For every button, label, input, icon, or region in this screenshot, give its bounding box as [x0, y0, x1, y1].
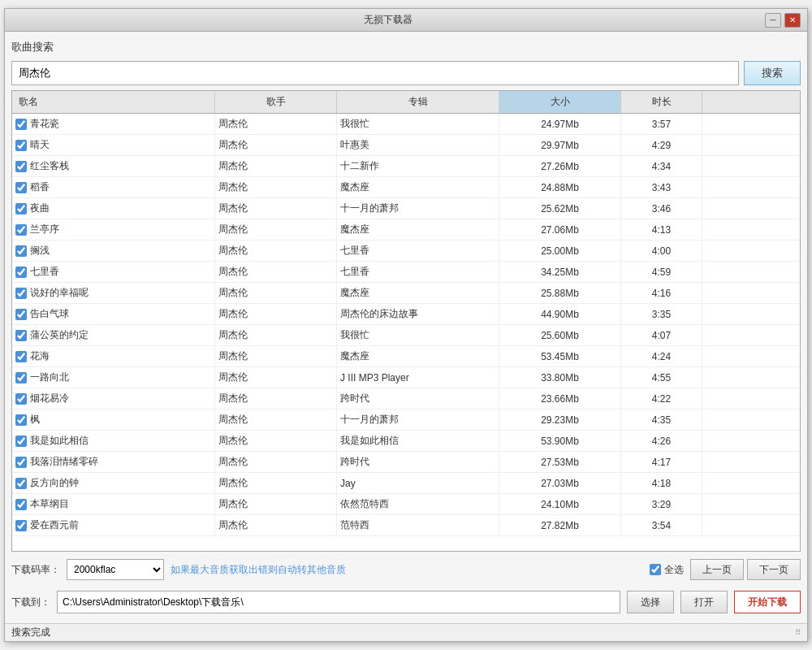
header-size: 大小 — [499, 91, 621, 113]
search-row: 搜索 — [11, 61, 801, 85]
cell-size: 27.82Mb — [499, 515, 621, 535]
cell-name: 青花瓷 — [12, 114, 215, 134]
cell-size: 29.23Mb — [499, 410, 621, 430]
cell-size: 27.03Mb — [499, 473, 621, 493]
bitrate-select[interactable]: 128kmp3192kmp3320kmp32000kflac — [67, 559, 164, 580]
row-checkbox[interactable] — [15, 351, 27, 362]
search-button[interactable]: 搜索 — [744, 61, 801, 85]
cell-size: 25.62Mb — [499, 198, 621, 219]
cell-album: 跨时代 — [337, 388, 499, 409]
cell-size: 24.88Mb — [499, 177, 621, 197]
song-name: 说好的幸福呢 — [30, 286, 89, 300]
cell-album: 周杰伦的床边故事 — [337, 304, 499, 324]
row-checkbox[interactable] — [15, 499, 27, 510]
cell-duration: 3:43 — [621, 177, 702, 197]
cell-album: 我是如此相信 — [337, 431, 499, 451]
cell-album: 魔杰座 — [337, 283, 499, 303]
minimize-button[interactable]: ─ — [765, 13, 781, 28]
row-checkbox[interactable] — [15, 245, 27, 257]
cell-duration: 4:13 — [621, 219, 702, 240]
cell-artist: 周杰伦 — [215, 156, 337, 176]
cell-name: 枫 — [12, 410, 215, 430]
table-row: 花海 周杰伦 魔杰座 53.45Mb 4:24 — [12, 346, 800, 367]
open-button[interactable]: 打开 — [680, 591, 728, 613]
cell-duration: 3:57 — [621, 114, 702, 134]
cell-name: 稻香 — [12, 177, 215, 197]
row-checkbox[interactable] — [15, 520, 27, 531]
page-buttons: 上一页 下一页 — [690, 559, 801, 580]
table-row: 烟花易冷 周杰伦 跨时代 23.66Mb 4:22 — [12, 388, 800, 410]
song-table: 歌名 歌手 专辑 大小 时长 青花瓷 周杰伦 我很忙 24.97Mb 3:57 … — [11, 90, 801, 552]
cell-duration: 4:16 — [621, 283, 702, 303]
row-checkbox[interactable] — [15, 372, 27, 384]
download-button[interactable]: 开始下载 — [734, 591, 801, 613]
header-duration: 时长 — [621, 91, 702, 113]
row-checkbox[interactable] — [15, 161, 27, 172]
prev-page-button[interactable]: 上一页 — [690, 559, 744, 580]
cell-size: 24.97Mb — [499, 114, 621, 134]
cell-name: 兰亭序 — [12, 219, 215, 240]
window-title: 无损下载器 — [11, 13, 765, 27]
song-name: 反方向的钟 — [30, 476, 79, 490]
cell-name: 夜曲 — [12, 198, 215, 219]
row-checkbox[interactable] — [15, 140, 27, 151]
cell-artist: 周杰伦 — [215, 410, 337, 430]
table-row: 青花瓷 周杰伦 我很忙 24.97Mb 3:57 — [12, 114, 800, 135]
select-all-row: 全选 — [650, 563, 684, 577]
cell-size: 27.06Mb — [499, 219, 621, 240]
table-row: 一路向北 周杰伦 J III MP3 Player 33.80Mb 4:55 — [12, 367, 800, 388]
song-name: 青花瓷 — [30, 117, 59, 131]
row-checkbox[interactable] — [15, 393, 27, 405]
row-checkbox[interactable] — [15, 436, 27, 447]
choose-button[interactable]: 选择 — [627, 591, 674, 613]
song-name: 本草纲目 — [30, 497, 69, 511]
cell-album: J III MP3 Player — [337, 367, 499, 388]
cell-duration: 4:17 — [621, 452, 702, 472]
table-row: 七里香 周杰伦 七里香 34.25Mb 4:59 — [12, 262, 800, 283]
cell-name: 告白气球 — [12, 304, 215, 324]
row-checkbox[interactable] — [15, 414, 27, 426]
row-checkbox[interactable] — [15, 309, 27, 320]
cell-album: 我很忙 — [337, 325, 499, 345]
song-name: 夜曲 — [30, 202, 50, 215]
cell-artist: 周杰伦 — [215, 114, 337, 134]
row-checkbox[interactable] — [15, 266, 27, 278]
song-name: 爱在西元前 — [30, 518, 79, 532]
table-row: 红尘客栈 周杰伦 十二新作 27.26Mb 4:34 — [12, 156, 800, 177]
table-row: 兰亭序 周杰伦 魔杰座 27.06Mb 4:13 — [12, 219, 800, 240]
cell-size: 34.25Mb — [499, 262, 621, 282]
select-all-checkbox[interactable] — [650, 564, 661, 575]
row-checkbox[interactable] — [15, 224, 27, 236]
song-name: 晴天 — [30, 138, 50, 152]
cell-duration: 4:59 — [621, 262, 702, 282]
row-checkbox[interactable] — [15, 203, 27, 214]
close-button[interactable]: ✕ — [784, 13, 801, 28]
row-checkbox[interactable] — [15, 330, 27, 341]
row-checkbox[interactable] — [15, 119, 27, 130]
cell-duration: 4:29 — [621, 135, 702, 155]
cell-duration: 3:54 — [621, 515, 702, 535]
cell-album: 七里香 — [337, 262, 499, 282]
table-row: 说好的幸福呢 周杰伦 魔杰座 25.88Mb 4:16 — [12, 283, 800, 304]
row-checkbox[interactable] — [15, 288, 27, 299]
row-checkbox[interactable] — [15, 478, 27, 489]
select-all-label: 全选 — [664, 563, 684, 577]
bitrate-label: 下载码率： — [11, 563, 60, 577]
cell-album: 七里香 — [337, 240, 499, 261]
cell-duration: 4:07 — [621, 325, 702, 345]
cell-album: 依然范特西 — [337, 494, 499, 514]
song-name: 我落泪情绪零碎 — [30, 455, 98, 469]
cell-size: 25.88Mb — [499, 283, 621, 303]
row-checkbox[interactable] — [15, 182, 27, 193]
row-checkbox[interactable] — [15, 457, 27, 468]
cell-album: Jay — [337, 473, 499, 493]
search-input[interactable] — [11, 61, 739, 85]
cell-duration: 4:34 — [621, 156, 702, 176]
song-name: 我是如此相信 — [30, 434, 89, 448]
cell-name: 烟花易冷 — [12, 388, 215, 409]
path-input[interactable] — [57, 591, 620, 613]
cell-duration: 4:26 — [621, 431, 702, 451]
cell-artist: 周杰伦 — [215, 388, 337, 409]
next-page-button[interactable]: 下一页 — [747, 559, 801, 580]
cell-size: 23.66Mb — [499, 388, 621, 409]
